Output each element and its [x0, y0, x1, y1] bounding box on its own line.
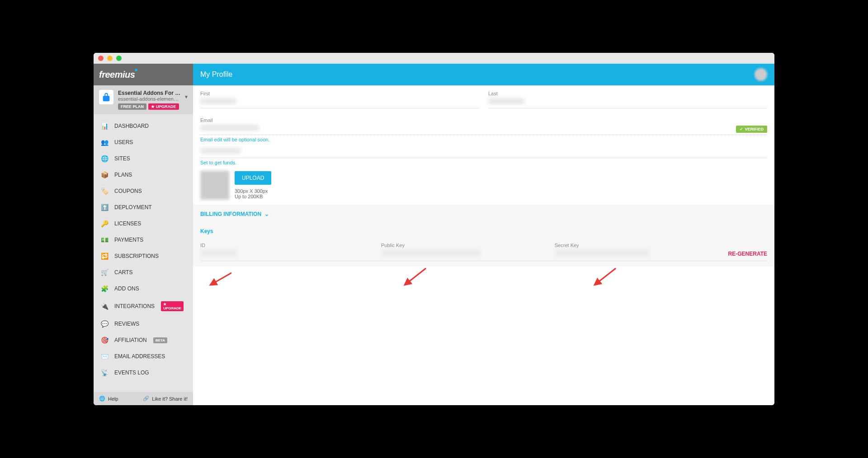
verified-badge: VERIFIED: [736, 126, 767, 133]
product-dropdown-icon[interactable]: ▼: [184, 94, 189, 99]
upgrade-tag[interactable]: UPGRADE: [161, 301, 184, 311]
box-icon: 📦: [101, 171, 108, 178]
app-window: freemius Essential Addons For … essentia…: [94, 53, 774, 405]
secret-key-label: Secret Key: [555, 243, 719, 248]
product-selector[interactable]: Essential Addons For … essential-addons-…: [94, 85, 193, 114]
annotation-arrow: [207, 271, 234, 290]
main-area: My Profile First Last: [193, 64, 774, 405]
upload-dimensions: 300px X 300px: [235, 188, 271, 194]
nav-sites[interactable]: 🌐SITES: [94, 150, 193, 167]
funds-field[interactable]: [200, 148, 767, 158]
nav-email-addresses[interactable]: ✉️EMAIL ADDRESSES: [94, 348, 193, 365]
window-maximize-button[interactable]: [116, 56, 122, 61]
log-icon: 📡: [101, 369, 108, 376]
product-badges: FREE PLAN UPGRADE: [118, 103, 188, 110]
cart-icon: 🛒: [101, 269, 108, 276]
plan-badge: FREE PLAN: [118, 103, 146, 110]
avatar-upload-row: UPLOAD 300px X 300px Up to 200KB: [193, 165, 774, 205]
bar-chart-icon: 📊: [101, 122, 108, 130]
puzzle-icon: 🧩: [101, 285, 108, 292]
plug-icon: 🔌: [101, 303, 108, 310]
sidebar: freemius Essential Addons For … essentia…: [94, 64, 193, 405]
window-minimize-button[interactable]: [107, 56, 113, 61]
logo-text: freemius: [99, 70, 135, 80]
first-name-label: First: [200, 91, 479, 96]
svg-line-1: [405, 268, 426, 285]
funds-value: [200, 148, 767, 156]
keys-title: Keys: [200, 228, 767, 234]
users-icon: 👥: [101, 139, 108, 146]
first-name-field[interactable]: First: [200, 91, 479, 108]
nav-events-log[interactable]: 📡EVENTS LOG: [94, 365, 193, 381]
nav-subscriptions[interactable]: 🔁SUBSCRIPTIONS: [94, 248, 193, 264]
last-name-field[interactable]: Last: [488, 91, 767, 108]
regenerate-button[interactable]: RE-GENERATE: [728, 251, 767, 258]
upgrade-badge[interactable]: UPGRADE: [148, 103, 179, 110]
email-field[interactable]: Email VERIFIED: [200, 117, 767, 135]
nav-deployment[interactable]: ⬆️DEPLOYMENT: [94, 199, 193, 215]
annotation-arrow: [401, 266, 428, 290]
svg-line-0: [210, 273, 231, 285]
page-title: My Profile: [200, 70, 232, 79]
email-value: [200, 125, 767, 133]
nav-dashboard[interactable]: 📊DASHBOARD: [94, 118, 193, 134]
beta-badge: BETA: [153, 337, 167, 343]
mail-icon: ✉️: [101, 353, 108, 360]
last-name-value: [488, 98, 767, 106]
upload-size-hint: Up to 200KB: [235, 194, 271, 199]
nav-addons[interactable]: 🧩ADD ONS: [94, 280, 193, 297]
logo-area: freemius: [94, 64, 193, 85]
first-name-value: [200, 98, 479, 106]
nav-affiliation[interactable]: 🎯AFFILIATIONBETA: [94, 332, 193, 348]
funds-hint: Set to get funds.: [200, 160, 767, 165]
nav-plans[interactable]: 📦PLANS: [94, 167, 193, 183]
email-section: Email VERIFIED Email edit will be option…: [193, 112, 774, 142]
annotation-arrow: [591, 266, 618, 290]
nav-coupons[interactable]: 🏷️COUPONS: [94, 183, 193, 199]
product-slug: essential-addons-elemen…: [118, 96, 188, 102]
public-key-value: [381, 250, 546, 258]
keys-row: ID Public Key Secret Key RE-GENERATE: [200, 243, 767, 261]
page-content: First Last Email VERIFIED: [193, 85, 774, 405]
nav-reviews[interactable]: 💬REVIEWS: [94, 316, 193, 332]
last-name-label: Last: [488, 91, 767, 96]
secret-key-value: [555, 250, 719, 258]
svg-line-2: [594, 268, 616, 285]
chevron-down-icon: ⌄: [264, 211, 269, 217]
user-avatar[interactable]: [755, 68, 767, 81]
nav-carts[interactable]: 🛒CARTS: [94, 264, 193, 280]
window-close-button[interactable]: [98, 56, 104, 61]
id-label: ID: [200, 243, 372, 248]
tag-icon: 🏷️: [101, 187, 108, 195]
upload-icon: ⬆️: [101, 204, 108, 211]
public-key-field[interactable]: Public Key: [381, 243, 546, 258]
upload-button[interactable]: UPLOAD: [235, 171, 271, 185]
secret-key-field[interactable]: Secret Key: [555, 243, 719, 258]
keys-section: Keys ID Public Key Secret Key: [193, 223, 774, 266]
target-icon: 🎯: [101, 336, 108, 344]
nav-licenses[interactable]: 🔑LICENSES: [94, 215, 193, 232]
help-icon: 🌐: [99, 396, 105, 402]
page-header: My Profile: [193, 64, 774, 85]
window-titlebar: [94, 53, 774, 64]
nav-users[interactable]: 👥USERS: [94, 134, 193, 150]
app-body: freemius Essential Addons For … essentia…: [94, 64, 774, 405]
public-key-label: Public Key: [381, 243, 546, 248]
nav-integrations[interactable]: 🔌INTEGRATIONSUPGRADE⌄: [94, 297, 193, 316]
help-link[interactable]: 🌐Help: [99, 396, 118, 402]
refresh-icon: 🔁: [101, 252, 108, 260]
product-name: Essential Addons For …: [118, 90, 188, 96]
nav-payments[interactable]: 💵PAYMENTS: [94, 232, 193, 248]
money-icon: 💵: [101, 236, 108, 243]
sidebar-nav: 📊DASHBOARD 👥USERS 🌐SITES 📦PLANS 🏷️COUPON…: [94, 114, 193, 392]
billing-toggle[interactable]: BILLING INFORMATION ⌄: [193, 205, 774, 223]
id-value: [200, 250, 372, 258]
id-field[interactable]: ID: [200, 243, 372, 258]
product-icon: [99, 90, 113, 104]
share-icon: 🔗: [143, 396, 149, 402]
name-section: First Last: [193, 85, 774, 108]
avatar-preview: [200, 171, 229, 200]
share-link[interactable]: 🔗Like it? Share it!: [143, 396, 188, 402]
email-label: Email: [200, 117, 767, 123]
funds-section: Set to get funds.: [193, 142, 774, 165]
